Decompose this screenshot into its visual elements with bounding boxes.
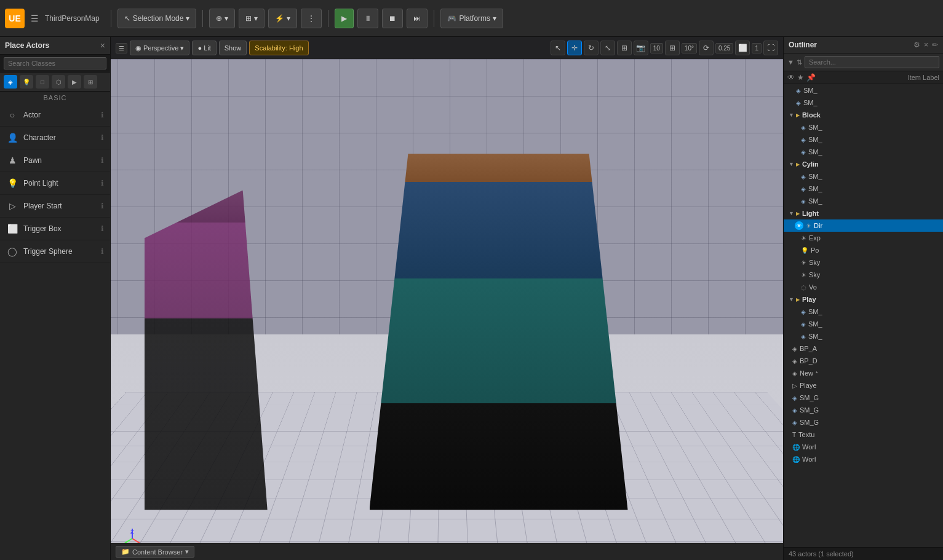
grid-icon[interactable]: ⊞	[665, 41, 680, 55]
viewport[interactable]: ☰ ◉ Perspective ▾ ● Lit Show Scalability…	[111, 37, 783, 560]
select-tool-icon[interactable]: ↖	[551, 41, 565, 55]
build-button[interactable]: ⚡ ▾	[268, 9, 297, 28]
content-browser-button[interactable]: 📁 Content Browser ▾	[116, 546, 194, 558]
outliner-item-sm9[interactable]: ◈ SM_	[784, 306, 943, 318]
maximize-icon[interactable]: ⬜	[735, 41, 750, 55]
outliner-item-list: ◈ SM_ ◈ SM_ ▼ ▸ Block ◈ SM_ ◈ SM_ ◈	[784, 84, 943, 547]
angle-icon[interactable]: ⟳	[699, 41, 714, 55]
outliner-item-world1[interactable]: 🌐 Worl	[784, 441, 943, 453]
outliner-item-world2[interactable]: 🌐 Worl	[784, 453, 943, 465]
grid-value[interactable]: 10	[650, 43, 663, 53]
outliner-item-sky2[interactable]: ☀ Sky	[784, 269, 943, 281]
actor-info-icon-pawn[interactable]: ℹ	[101, 156, 104, 165]
folder-arrow-light: ▼	[789, 210, 794, 216]
outliner-item-po[interactable]: 💡 Po	[784, 244, 943, 256]
actor-item-character[interactable]: 👤 Character ℹ	[0, 127, 110, 149]
platforms-button[interactable]: 🎮 Platforms ▾	[440, 9, 503, 28]
cam-value[interactable]: 1	[752, 43, 762, 53]
outliner-item-smg3[interactable]: ◈ SM_G	[784, 416, 943, 428]
outliner-item-textu[interactable]: T Textu	[784, 428, 943, 441]
outliner-folder-play[interactable]: ▼ ▸ Play	[784, 293, 943, 306]
outliner-item-vo[interactable]: ◌ Vo	[784, 281, 943, 293]
outliner-close-icon[interactable]: ×	[924, 41, 928, 49]
app-menu-icon[interactable]: ☰	[28, 12, 41, 25]
outliner-item-player[interactable]: ▷ Playe	[784, 379, 943, 392]
fullscreen-icon[interactable]: ⛶	[763, 41, 778, 55]
cat-lights-icon[interactable]: 💡	[20, 75, 33, 89]
play-button[interactable]: ▶	[335, 9, 354, 28]
scale-value[interactable]: 0.25	[715, 43, 733, 53]
skip-button[interactable]: ⏭	[407, 9, 428, 28]
actor-item-player-start[interactable]: ▷ Player Start ℹ	[0, 195, 110, 218]
actor-item-actor[interactable]: ○ Actor ℹ	[0, 104, 110, 127]
move-tool-icon[interactable]: ✛	[567, 41, 582, 55]
outliner-item-sky1[interactable]: ☀ Sky	[784, 256, 943, 269]
outliner-item-sm10[interactable]: ◈ SM_	[784, 318, 943, 330]
outliner-item-sm5[interactable]: ◈ SM_	[784, 146, 943, 158]
outliner-settings-icon[interactable]: ⚙	[913, 41, 920, 49]
actor-item-point-light[interactable]: 💡 Point Light ℹ	[0, 172, 110, 195]
actor-item-pawn[interactable]: ♟ Pawn ℹ	[0, 149, 110, 172]
transform-tool-icon[interactable]: ⊞	[617, 41, 632, 55]
place-actors-header: Place Actors ×	[0, 37, 110, 55]
outliner-folder-light[interactable]: ▼ ▸ Light	[784, 207, 943, 219]
actor-info-icon-trigger-box[interactable]: ℹ	[101, 224, 104, 233]
outliner-item-sm1[interactable]: ◈ SM_	[784, 84, 943, 97]
actor-info-icon-trigger-sphere[interactable]: ℹ	[101, 247, 104, 256]
outliner-item-sm4[interactable]: ◈ SM_	[784, 133, 943, 146]
actor-icon-actor: ○	[6, 109, 18, 121]
camera-speed-icon[interactable]: 📷	[634, 41, 648, 55]
angle-value[interactable]: 10°	[682, 43, 697, 53]
outliner-item-sm2[interactable]: ◈ SM_	[784, 97, 943, 109]
actor-info-icon-actor[interactable]: ℹ	[101, 111, 104, 119]
more-button[interactable]: ⋮	[301, 9, 322, 28]
outliner-item-smg1[interactable]: ◈ SM_G	[784, 392, 943, 404]
outliner-item-exp[interactable]: ☀ Exp	[784, 232, 943, 244]
item-visibility-circle[interactable]: 👁	[795, 221, 803, 230]
outliner-filter-icon[interactable]: ▼	[787, 58, 794, 66]
actor-info-icon-character[interactable]: ℹ	[101, 133, 104, 142]
scale-tool-icon[interactable]: ⤡	[600, 41, 615, 55]
cat-actors-icon[interactable]: ▶	[68, 75, 81, 89]
col-visibility-icon[interactable]: 👁	[787, 73, 795, 82]
search-classes-input[interactable]	[4, 57, 106, 69]
outliner-item-bpa[interactable]: ◈ BP_A	[784, 342, 943, 355]
rotate-tool-icon[interactable]: ↻	[584, 41, 599, 55]
outliner-folder-block[interactable]: ▼ ▸ Block	[784, 109, 943, 121]
col-pin-icon[interactable]: 📌	[806, 73, 816, 82]
place-actors-close[interactable]: ×	[100, 41, 105, 50]
outliner-folder-cylin[interactable]: ▼ ▸ Cylin	[784, 158, 943, 170]
pause-button[interactable]: ⏸	[357, 9, 378, 28]
cat-basic-icon[interactable]: ◈	[4, 75, 17, 89]
viewport-menu-icon[interactable]: ☰	[116, 43, 127, 53]
actor-info-icon-point-light[interactable]: ℹ	[101, 179, 104, 187]
actor-item-trigger-sphere[interactable]: ◯ Trigger Sphere ℹ	[0, 240, 110, 263]
outliner-item-sm8[interactable]: ◈ SM_	[784, 195, 943, 207]
col-favorite-icon[interactable]: ★	[797, 73, 804, 82]
outliner-item-sm7[interactable]: ◈ SM_	[784, 183, 943, 195]
lit-button[interactable]: ● Lit	[192, 41, 216, 55]
show-button[interactable]: Show	[219, 41, 247, 55]
outliner-item-bpd[interactable]: ◈ BP_D	[784, 355, 943, 367]
outliner-edit-icon[interactable]: ✏	[932, 41, 938, 49]
outliner-item-sm3[interactable]: ◈ SM_	[784, 121, 943, 133]
add-actor-button[interactable]: ⊕ ▾	[209, 9, 235, 28]
outliner-search-input[interactable]	[805, 56, 939, 68]
outliner-item-sm6[interactable]: ◈ SM_	[784, 170, 943, 183]
stop-button[interactable]: ⏹	[382, 9, 403, 28]
lit-icon: ●	[197, 44, 202, 52]
perspective-button[interactable]: ◉ Perspective ▾	[130, 41, 189, 55]
snap-button[interactable]: ⊞ ▾	[239, 9, 265, 28]
outliner-item-dir[interactable]: 👁 ☀ Dir	[784, 219, 943, 232]
outliner-item-smg2[interactable]: ◈ SM_G	[784, 404, 943, 416]
actor-item-trigger-box[interactable]: ⬜ Trigger Box ℹ	[0, 218, 110, 240]
selection-mode-button[interactable]: ↖ Selection Mode ▾	[117, 9, 197, 28]
outliner-item-new[interactable]: ◈ New *	[784, 367, 943, 379]
outliner-item-sm11[interactable]: ◈ SM_	[784, 330, 943, 342]
scalability-button[interactable]: Scalability: High	[249, 41, 308, 55]
outliner-sort-icon[interactable]: ⇅	[797, 58, 802, 66]
actor-info-icon-player-start[interactable]: ℹ	[101, 202, 104, 210]
cat-all-icon[interactable]: ⊞	[84, 75, 97, 89]
cat-volumes-icon[interactable]: ⬡	[52, 75, 65, 89]
cat-shapes-icon[interactable]: □	[36, 75, 49, 89]
